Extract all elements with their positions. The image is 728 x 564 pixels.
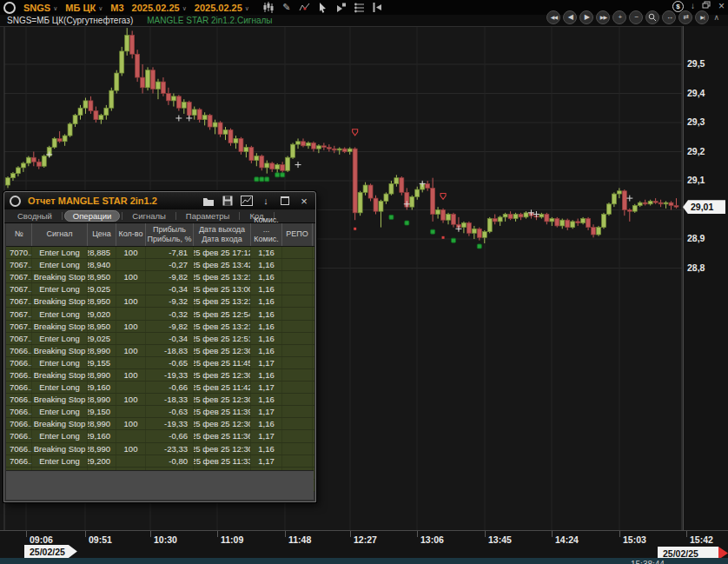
cell: 7066... xyxy=(6,345,32,356)
window-icon[interactable] xyxy=(3,2,16,14)
cell: 25 фев 25 11:39 xyxy=(194,406,251,417)
timeframe-selector[interactable]: М3 xyxy=(110,3,123,13)
trade-row[interactable]: 7070...Enter Long28,885100-7,8125 фев 25… xyxy=(6,247,314,259)
trade-row[interactable]: 7067...Enter Long29,025-0,3425 фев 25 12… xyxy=(6,333,314,345)
agent-run-icon[interactable] xyxy=(335,2,347,14)
cell: 25 фев 25 12:30 xyxy=(194,345,251,356)
indicator-icon[interactable] xyxy=(299,2,311,14)
cell: 25 фев 25 12:54 xyxy=(194,308,251,319)
report-dialog: Отчет MANGLE STAR 2in1.2 ↓ × СводныйОпер… xyxy=(3,191,316,502)
price-tick-label: 28,8 xyxy=(687,262,705,273)
zoom-in[interactable]: + xyxy=(612,10,626,24)
trade-row[interactable]: 7066...Enter Long29,160-0,6625 фев 25 11… xyxy=(6,430,314,442)
column-header[interactable]: ПрибыльПрибыль, % xyxy=(146,223,194,246)
draw-pencil-icon[interactable]: ✎ xyxy=(281,2,293,14)
trade-row[interactable]: 7066...Breaking Stop28,990100-23,3325 фе… xyxy=(6,443,314,455)
trade-row[interactable]: 7066...Breaking Stop28,990100-19,3325 фе… xyxy=(6,369,314,382)
nav-fast-backward[interactable]: ◀◀ xyxy=(546,10,560,24)
trade-row[interactable]: 7066...Enter Long29,160-0,6625 фев 25 11… xyxy=(6,382,314,394)
column-header[interactable]: Сигнал xyxy=(32,223,88,246)
levels-icon[interactable] xyxy=(354,2,366,14)
trade-row[interactable]: 7067...Breaking Stop28,950100-9,8225 фев… xyxy=(6,321,314,333)
date-to-selector[interactable]: 2025.02.25 ∨ xyxy=(195,3,249,13)
expand-horizontal[interactable]: ↔ xyxy=(662,10,676,24)
horizontal-scrollbar[interactable] xyxy=(0,558,728,564)
close-icon[interactable]: × xyxy=(718,1,725,11)
trade-row[interactable]: 7067...Breaking Stop28,950100-9,3225 фев… xyxy=(6,295,314,308)
cell: 7066... xyxy=(6,406,32,417)
snap-left-icon[interactable] xyxy=(372,2,384,14)
trade-row[interactable]: 7066...Enter Long29,200-0,8025 фев 25 11… xyxy=(6,455,314,468)
minimize-icon[interactable]: ↓ xyxy=(691,2,695,10)
cell xyxy=(282,259,313,270)
open-folder-icon[interactable] xyxy=(202,196,215,207)
price-axis[interactable]: 29,529,429,329,229,12928,928,829,01 xyxy=(683,26,728,530)
column-header[interactable]: № xyxy=(6,223,32,246)
tab-параметры[interactable]: Параметры xyxy=(178,210,238,222)
trade-row[interactable]: 7067...Enter Long28,940-0,2725 фев 25 13… xyxy=(6,259,314,271)
collapse-panel[interactable]: ∧ xyxy=(713,13,719,22)
cell: -9,82 xyxy=(146,321,194,332)
cell: 7066... xyxy=(6,418,32,429)
cell xyxy=(282,283,313,295)
cell: -0,32 xyxy=(146,308,194,319)
save-icon[interactable] xyxy=(222,196,234,207)
cell: 29,150 xyxy=(88,406,116,417)
cell: 29,200 xyxy=(88,455,116,467)
nav-forward[interactable]: ▶ xyxy=(579,10,593,24)
chart-navigation-bar: ◀◀◀▶▶▶+−↔⇄▶|∧ xyxy=(546,10,719,24)
time-tick xyxy=(619,531,620,537)
cell: -23,33 xyxy=(146,443,194,455)
cell: Enter Long xyxy=(32,308,88,319)
cell: -0,80 xyxy=(146,455,194,467)
cell: 100 xyxy=(116,295,146,307)
column-header[interactable]: Дата выходаДата входа xyxy=(194,223,251,246)
trade-row[interactable]: 7066...Enter Long29,150-0,6325 фев 25 11… xyxy=(6,406,314,418)
trade-row[interactable]: 7067...Breaking Stop28,950100-9,8225 фев… xyxy=(6,271,314,283)
nav-backward[interactable]: ◀ xyxy=(563,10,577,24)
time-axis[interactable]: 25/02/25 25/02/25 09:0609:5110:3011:0911… xyxy=(0,530,728,558)
tab-сигналы[interactable]: Сигналы xyxy=(124,210,174,222)
close-dialog-icon[interactable]: × xyxy=(298,196,310,207)
date-from-selector[interactable]: 2025.02.25 ∨ xyxy=(132,3,187,13)
compress-horizontal[interactable]: ⇄ xyxy=(678,10,692,24)
trade-row[interactable]: 7066...Breaking Stop28,990100-18,8325 фе… xyxy=(6,345,314,357)
cell xyxy=(282,455,313,467)
zoom-window[interactable] xyxy=(645,10,659,24)
go-to-end[interactable]: ▶| xyxy=(695,10,709,24)
trade-row[interactable]: 7066...Breaking Stop28,990100-18,3325 фе… xyxy=(6,394,314,406)
trade-row[interactable]: 7066...Enter Long29,155-0,6525 фев 25 11… xyxy=(6,357,314,369)
cell xyxy=(116,357,146,368)
tab-операции[interactable]: Операции xyxy=(64,210,120,222)
nav-fast-forward[interactable]: ▶▶ xyxy=(596,10,610,24)
cell: -7,81 xyxy=(146,247,194,258)
report-dialog-titlebar[interactable]: Отчет MANGLE STAR 2in1.2 ↓ × xyxy=(4,192,315,209)
cell: Enter Long xyxy=(32,259,88,270)
trade-row[interactable]: 7067...Enter Long29,020-0,3225 фев 25 12… xyxy=(6,308,314,320)
cell: 1,16 xyxy=(251,321,282,332)
tab-сводный[interactable]: Сводный xyxy=(10,210,60,222)
cursor-icon[interactable] xyxy=(317,2,329,14)
cell: -18,33 xyxy=(146,394,194,405)
cell: 28,950 xyxy=(88,321,116,332)
symbol-selector[interactable]: SNGS ∨ xyxy=(23,3,57,13)
time-tick xyxy=(26,531,27,537)
zoom-out[interactable]: − xyxy=(629,10,643,24)
column-header[interactable]: Цена xyxy=(88,223,116,246)
cell: 28,990 xyxy=(88,394,116,405)
tab-separator xyxy=(175,212,176,220)
column-header[interactable]: РЕПО xyxy=(282,223,313,246)
cell: 1,17 xyxy=(251,455,282,467)
cell xyxy=(116,283,146,295)
candlestick-style-icon[interactable] xyxy=(262,2,275,14)
equity-chart-icon[interactable] xyxy=(241,196,253,207)
column-header[interactable]: Кол-во xyxy=(116,223,146,246)
maximize-icon[interactable] xyxy=(279,196,291,207)
column-header[interactable]: Комис. ...Комис. ... xyxy=(251,223,282,246)
board-selector[interactable]: МБ ЦК ∨ xyxy=(65,3,103,13)
export-down-icon[interactable]: ↓ xyxy=(260,196,272,207)
trade-row[interactable]: 7067...Enter Long29,025-0,3425 фев 25 13… xyxy=(6,283,314,295)
trade-row[interactable]: 7066...Breaking Stop28,990100-19,3325 фе… xyxy=(6,418,314,430)
cell xyxy=(282,308,313,319)
time-tick-label: 13:45 xyxy=(488,534,512,545)
